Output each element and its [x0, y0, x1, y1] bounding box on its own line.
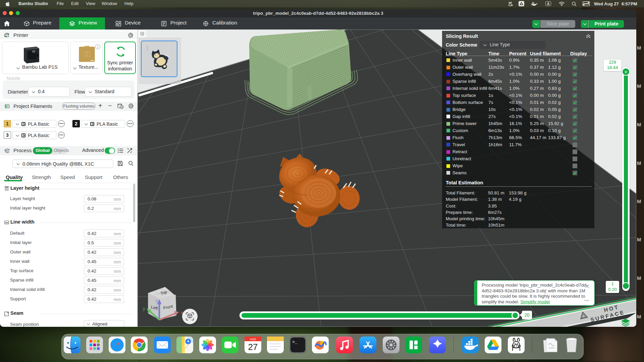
svg-text:z: z: [155, 298, 158, 303]
svg-text:>_: >_: [292, 340, 298, 345]
svg-text:27: 27: [248, 342, 258, 352]
svg-text:y: y: [143, 306, 145, 311]
svg-text:AUG: AUG: [250, 338, 256, 341]
